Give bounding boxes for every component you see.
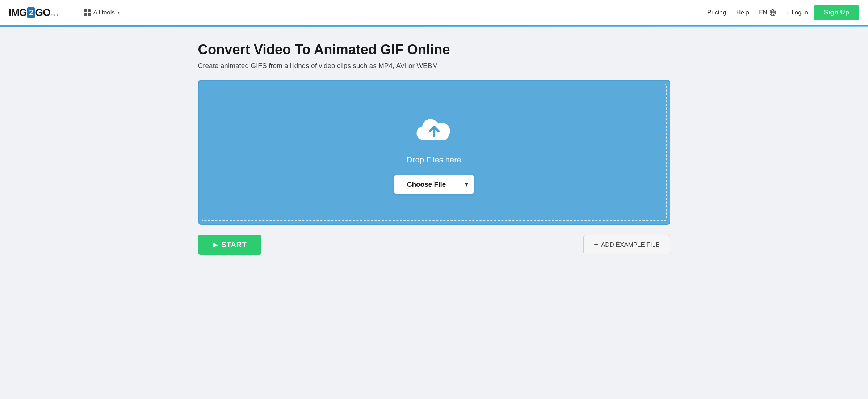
pricing-link[interactable]: Pricing <box>707 9 726 16</box>
navbar: IMG 2 GO .com All tools ▾ Pricing Help E… <box>0 0 868 26</box>
logo[interactable]: IMG 2 GO .com <box>9 7 58 18</box>
main-content: Convert Video To Animated GIF Online Cre… <box>181 27 688 269</box>
nav-divider <box>74 4 74 21</box>
chevron-down-icon: ▾ <box>118 10 120 15</box>
action-row: ▶ START + ADD EXAMPLE FILE <box>198 235 670 255</box>
logo-img-part: IMG <box>9 7 27 18</box>
plus-icon: + <box>594 241 598 249</box>
all-tools-button[interactable]: All tools ▾ <box>81 8 123 18</box>
page-title: Convert Video To Animated GIF Online <box>198 42 670 58</box>
lang-label: EN <box>759 9 767 16</box>
login-label: Log In <box>792 9 808 16</box>
nav-links: Pricing Help <box>707 9 749 16</box>
signup-label: Sign Up <box>824 9 849 16</box>
cloud-upload-svg <box>414 115 454 147</box>
globe-icon <box>769 9 776 16</box>
all-tools-label: All tools <box>93 9 115 16</box>
choose-file-button[interactable]: Choose File <box>394 175 460 194</box>
chevron-down-icon: ▾ <box>465 181 468 188</box>
add-example-button[interactable]: + ADD EXAMPLE FILE <box>583 235 670 254</box>
login-button[interactable]: → Log In <box>784 9 808 16</box>
drop-files-text: Drop Files here <box>407 155 461 165</box>
login-arrow-icon: → <box>784 9 789 16</box>
choose-file-dropdown-button[interactable]: ▾ <box>459 175 474 194</box>
help-link[interactable]: Help <box>736 9 749 16</box>
logo-two-part: 2 <box>27 7 35 18</box>
logo-com-part: .com <box>50 13 58 17</box>
drop-zone[interactable]: Drop Files here Choose File ▾ <box>202 84 667 221</box>
add-example-label: ADD EXAMPLE FILE <box>601 241 660 249</box>
start-arrow-icon: ▶ <box>213 241 218 249</box>
choose-file-group: Choose File ▾ <box>394 175 474 194</box>
drop-zone-wrapper: Drop Files here Choose File ▾ <box>198 80 670 225</box>
choose-file-label: Choose File <box>407 181 446 188</box>
start-button[interactable]: ▶ START <box>198 235 261 255</box>
start-label: START <box>222 241 247 249</box>
page-subtitle: Create animated GIFS from all kinds of v… <box>198 62 670 70</box>
signup-button[interactable]: Sign Up <box>814 5 859 20</box>
logo-go-part: GO <box>35 7 50 18</box>
grid-icon <box>84 9 91 16</box>
upload-cloud-icon <box>414 115 454 149</box>
logo-text: IMG 2 GO .com <box>9 7 58 18</box>
lang-selector[interactable]: EN <box>759 9 776 16</box>
